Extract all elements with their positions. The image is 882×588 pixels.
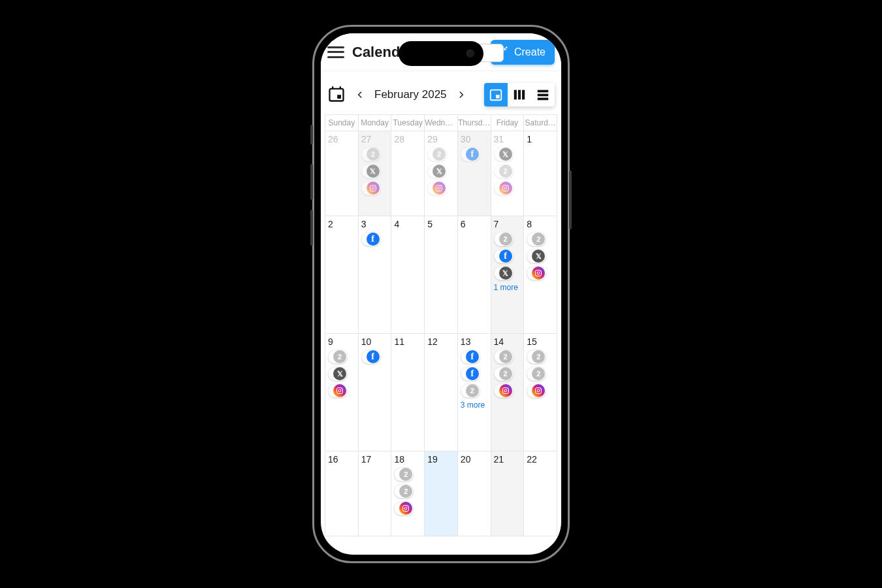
post-chip[interactable]: f xyxy=(494,249,514,263)
count-badge: 2 xyxy=(499,350,512,363)
weekday-header: Tuesday xyxy=(391,115,425,131)
calendar-day[interactable]: 30f xyxy=(458,131,491,216)
svg-rect-6 xyxy=(522,90,525,100)
calendar-day[interactable]: 1522 xyxy=(524,334,557,451)
post-chip[interactable] xyxy=(527,266,546,280)
post-chip[interactable]: f xyxy=(461,367,480,381)
calendar-day[interactable]: 22 xyxy=(524,451,557,536)
post-chip[interactable] xyxy=(394,501,414,515)
post-chip[interactable]: f xyxy=(461,350,480,364)
post-chip[interactable]: 2 xyxy=(394,484,414,498)
calendar-day[interactable]: 4 xyxy=(391,216,425,334)
calendar-day[interactable]: 1822 xyxy=(391,451,425,536)
more-link[interactable]: 1 more xyxy=(494,283,521,292)
post-chip[interactable]: 𝕏 xyxy=(494,147,514,161)
calendar-day[interactable]: 21 xyxy=(491,451,525,536)
calendar-day[interactable]: 6 xyxy=(458,216,491,334)
post-chip[interactable]: 2 xyxy=(494,350,514,364)
calendar-day[interactable]: 2 xyxy=(325,216,359,334)
calendar-day[interactable]: 31𝕏2 xyxy=(491,131,525,216)
day-number: 2 xyxy=(328,219,355,229)
calendar-day[interactable]: 272𝕏 xyxy=(359,131,392,216)
calendar-day[interactable]: 12 xyxy=(425,334,458,451)
post-chip[interactable]: 𝕏 xyxy=(494,266,514,280)
post-chip[interactable]: 𝕏 xyxy=(527,249,546,263)
x-twitter-icon: 𝕏 xyxy=(333,367,346,380)
post-chip[interactable]: f xyxy=(361,350,381,364)
post-chip[interactable]: 2 xyxy=(394,467,414,482)
svg-rect-31 xyxy=(403,506,409,512)
day-number: 6 xyxy=(461,219,488,229)
calendar-day[interactable]: 92𝕏 xyxy=(325,334,359,451)
post-chip[interactable]: f xyxy=(361,232,381,246)
calendar-day[interactable]: 5 xyxy=(425,216,458,334)
post-chip[interactable]: 2 xyxy=(527,232,546,246)
count-badge: 2 xyxy=(499,367,512,380)
post-chip[interactable]: f xyxy=(461,147,480,161)
count-badge: 2 xyxy=(532,367,545,380)
post-chip[interactable]: 𝕏 xyxy=(361,164,381,178)
calendar-day[interactable]: 26 xyxy=(325,131,359,216)
day-number: 31 xyxy=(494,134,521,144)
week-view-button[interactable] xyxy=(508,83,531,106)
post-chip[interactable] xyxy=(494,181,514,195)
weekday-header: Sunday xyxy=(325,115,359,131)
svg-point-17 xyxy=(504,187,507,189)
svg-rect-4 xyxy=(514,90,517,100)
post-chip[interactable] xyxy=(361,181,381,195)
post-chip[interactable] xyxy=(427,181,447,195)
calendar-day[interactable]: 82𝕏 xyxy=(524,216,557,334)
post-chip[interactable] xyxy=(328,384,348,398)
calendar-day[interactable]: 292𝕏 xyxy=(425,131,458,216)
calendar-day[interactable]: 17 xyxy=(359,451,392,536)
day-number: 3 xyxy=(361,219,389,229)
calendar-day[interactable]: 1 xyxy=(524,131,557,216)
date-picker-icon[interactable] xyxy=(327,85,346,105)
calendar-day[interactable]: 19 xyxy=(425,451,458,536)
month-view-button[interactable] xyxy=(484,83,508,106)
post-chip[interactable]: 2 xyxy=(361,147,381,161)
post-chip[interactable]: 2 xyxy=(494,367,514,381)
day-number: 7 xyxy=(494,219,521,229)
post-chip[interactable]: 2 xyxy=(494,164,514,178)
svg-point-23 xyxy=(338,389,341,392)
next-month-button[interactable] xyxy=(453,87,469,103)
svg-rect-19 xyxy=(536,270,542,276)
post-chip[interactable]: 2 xyxy=(527,350,546,364)
post-chip[interactable]: 2 xyxy=(527,367,546,381)
more-link[interactable]: 3 more xyxy=(461,400,488,410)
svg-point-15 xyxy=(440,186,441,187)
svg-point-20 xyxy=(537,272,540,274)
post-chip[interactable]: 2 xyxy=(328,350,348,364)
calendar-day[interactable]: 20 xyxy=(458,451,491,536)
post-chip[interactable]: 𝕏 xyxy=(427,164,447,178)
calendar-day[interactable]: 10f xyxy=(359,334,392,451)
calendar-day[interactable]: 16 xyxy=(325,451,359,536)
month-label[interactable]: February 2025 xyxy=(374,88,447,101)
post-chip[interactable] xyxy=(527,384,546,398)
calendar-day[interactable]: 1422 xyxy=(491,334,525,451)
facebook-icon: f xyxy=(466,367,479,380)
post-chip[interactable]: 𝕏 xyxy=(328,367,348,381)
post-chip[interactable]: 2 xyxy=(461,384,480,398)
post-chip[interactable]: 2 xyxy=(494,232,514,246)
svg-point-14 xyxy=(438,187,440,189)
calendar-day[interactable]: 3f xyxy=(359,216,392,334)
menu-icon[interactable] xyxy=(327,46,344,59)
post-chip[interactable] xyxy=(494,384,514,398)
calendar-day[interactable]: 11 xyxy=(391,334,425,451)
phone-frame: Calendar Create xyxy=(312,25,570,563)
prev-month-button[interactable] xyxy=(352,87,368,103)
calendar-day[interactable]: 72f𝕏1 more xyxy=(491,216,525,334)
day-number: 11 xyxy=(394,336,421,347)
day-number: 1 xyxy=(527,134,554,144)
post-chip[interactable]: 2 xyxy=(427,147,447,161)
day-number: 18 xyxy=(394,454,421,465)
phone-screen: Calendar Create xyxy=(321,33,561,555)
instagram-icon xyxy=(499,182,512,195)
calendar-day[interactable]: 28 xyxy=(391,131,425,216)
svg-rect-16 xyxy=(502,186,508,191)
calendar-day[interactable]: 13ff23 more xyxy=(458,334,491,451)
list-view-button[interactable] xyxy=(531,83,555,106)
x-twitter-icon: 𝕏 xyxy=(532,250,545,263)
